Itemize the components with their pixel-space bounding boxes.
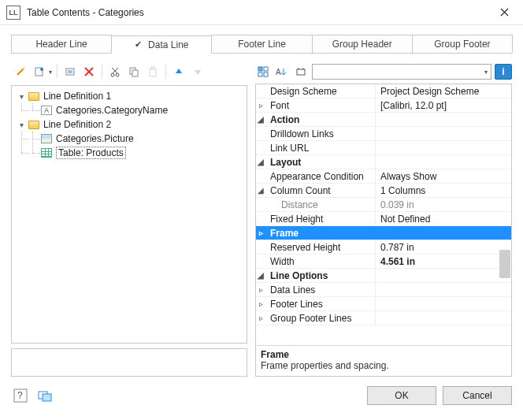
- prop-reserved-height[interactable]: Reserved Height0.787 in: [256, 240, 511, 255]
- prop-data-lines[interactable]: ▹Data Lines: [256, 283, 511, 297]
- svg-rect-25: [297, 69, 305, 75]
- prop-footer-lines[interactable]: ▹Footer Lines: [256, 297, 511, 311]
- tab-header-line[interactable]: Header Line: [11, 35, 112, 53]
- move-down-button[interactable]: [190, 64, 206, 80]
- tab-group-header[interactable]: Group Header: [312, 35, 413, 53]
- prop-value: [376, 141, 511, 154]
- picture-icon: [41, 134, 52, 143]
- prop-column-count[interactable]: ◢Column Count1 Columns: [256, 184, 511, 198]
- tab-label: Data Line: [148, 39, 188, 50]
- cancel-button[interactable]: Cancel: [443, 386, 512, 405]
- collapse-icon[interactable]: ◢: [256, 158, 265, 166]
- copy-button[interactable]: [126, 64, 142, 80]
- scrollbar-thumb[interactable]: [499, 250, 510, 278]
- prop-value: 0.039 in: [376, 198, 511, 211]
- prop-fixed-height[interactable]: Fixed HeightNot Defined: [256, 212, 511, 226]
- svg-point-3: [23, 68, 25, 70]
- prop-label: Column Count: [270, 185, 331, 196]
- tree-item-picture[interactable]: Categories.Picture: [13, 132, 245, 146]
- svg-rect-19: [151, 67, 154, 69]
- prop-label: Link URL: [270, 143, 309, 154]
- prop-label: Line Options: [270, 270, 328, 281]
- tree-label: Categories.CategoryName: [56, 105, 168, 116]
- sort-az-button[interactable]: A: [274, 64, 290, 80]
- prop-value: [376, 311, 511, 325]
- prop-label: Font: [270, 100, 289, 111]
- info-button[interactable]: i: [495, 64, 512, 80]
- expand-icon[interactable]: ▹: [256, 101, 265, 110]
- tree-line-definition-2[interactable]: ▾ Line Definition 2: [13, 117, 245, 132]
- prop-drilldown-links[interactable]: Drilldown Links: [256, 127, 511, 141]
- prop-group-footer-lines[interactable]: ▹Group Footer Lines: [256, 311, 511, 325]
- paste-button[interactable]: [145, 64, 161, 80]
- property-filter[interactable]: ▾: [312, 64, 491, 80]
- collapse-icon[interactable]: ◢: [256, 186, 265, 195]
- collapse-icon[interactable]: ▾: [17, 92, 26, 101]
- svg-rect-20: [258, 67, 262, 71]
- windows-button[interactable]: [36, 387, 55, 404]
- tab-group-footer[interactable]: Group Footer: [412, 35, 513, 53]
- expand-icon[interactable]: ▹: [256, 299, 265, 308]
- wand-button[interactable]: [13, 64, 28, 80]
- prop-label: Drilldown Links: [270, 128, 334, 139]
- titlebar: LL Table Contents - Categories: [0, 0, 523, 25]
- prop-label: Footer Lines: [270, 299, 323, 310]
- prop-header-layout[interactable]: ◢Layout: [256, 155, 511, 169]
- prop-design-scheme[interactable]: Design SchemeProject Design Scheme: [256, 84, 511, 98]
- close-button[interactable]: [491, 0, 517, 25]
- tree-line-definition-1[interactable]: ▾ Line Definition 1: [13, 89, 245, 103]
- prop-value: Always Show: [376, 169, 511, 183]
- svg-text:?: ?: [17, 390, 23, 401]
- window-title: Table Contents - Categories: [27, 7, 491, 18]
- help-title: Frame: [261, 349, 506, 360]
- tab-label: Group Header: [332, 39, 392, 50]
- tree-label: Categories.Picture: [56, 133, 134, 144]
- move-up-button[interactable]: [171, 64, 187, 80]
- prop-font[interactable]: ▹Font[Calibri, 12.0 pt]: [256, 98, 511, 113]
- expand-icon[interactable]: ▹: [256, 229, 265, 237]
- svg-point-13: [116, 73, 119, 76]
- prop-label: Frame: [270, 228, 299, 239]
- prop-value: 4.561 in: [376, 255, 511, 268]
- categorized-view-button[interactable]: [255, 64, 271, 80]
- prop-value: Not Defined: [376, 212, 511, 225]
- prop-label: Group Footer Lines: [270, 313, 351, 324]
- preview-box: [11, 348, 247, 377]
- left-toolbar: ▾: [11, 61, 247, 82]
- property-help: Frame Frame properties and spacing.: [256, 345, 511, 376]
- text-field-icon: A: [41, 106, 52, 115]
- prop-width[interactable]: Width4.561 in: [256, 255, 511, 269]
- definition-tree[interactable]: ▾ Line Definition 1 A Categories.Categor…: [11, 85, 247, 344]
- svg-line-2: [17, 69, 24, 75]
- new-button[interactable]: [32, 64, 47, 80]
- prop-value: [376, 297, 511, 310]
- app-icon: LL: [6, 6, 20, 20]
- prop-link-url[interactable]: Link URL: [256, 141, 511, 155]
- help-button[interactable]: ?: [11, 387, 30, 404]
- expand-icon[interactable]: ▹: [256, 314, 265, 322]
- collapse-icon[interactable]: ▾: [17, 121, 26, 129]
- prop-header-line-options[interactable]: ◢Line Options: [256, 269, 511, 283]
- ok-button[interactable]: OK: [367, 386, 436, 405]
- delete-button[interactable]: [81, 64, 97, 80]
- tab-label: Header Line: [35, 39, 87, 50]
- edit-button[interactable]: [62, 64, 78, 80]
- collapse-icon[interactable]: ◢: [256, 115, 265, 124]
- prop-label: Fixed Height: [270, 214, 323, 225]
- expand-button[interactable]: [293, 64, 309, 80]
- prop-frame[interactable]: ▹Frame: [256, 226, 511, 240]
- prop-appearance-condition[interactable]: Appearance ConditionAlways Show: [256, 169, 511, 184]
- tab-data-line[interactable]: ✔Data Line: [111, 35, 212, 54]
- tree-item-categoryname[interactable]: A Categories.CategoryName: [13, 103, 245, 117]
- tab-label: Group Footer: [434, 39, 490, 50]
- prop-header-action[interactable]: ◢Action: [256, 113, 511, 127]
- property-grid[interactable]: Design SchemeProject Design Scheme ▹Font…: [255, 84, 512, 377]
- tab-footer-line[interactable]: Footer Line: [211, 35, 312, 53]
- collapse-icon[interactable]: ◢: [256, 271, 265, 280]
- cut-button[interactable]: [107, 64, 123, 80]
- prop-distance[interactable]: Distance0.039 in: [256, 198, 511, 212]
- right-toolbar: A ▾ i: [255, 61, 512, 82]
- expand-icon[interactable]: ▹: [256, 285, 265, 294]
- tree-item-table-products[interactable]: Table: Products: [13, 146, 245, 160]
- prop-label: Reserved Height: [270, 242, 340, 253]
